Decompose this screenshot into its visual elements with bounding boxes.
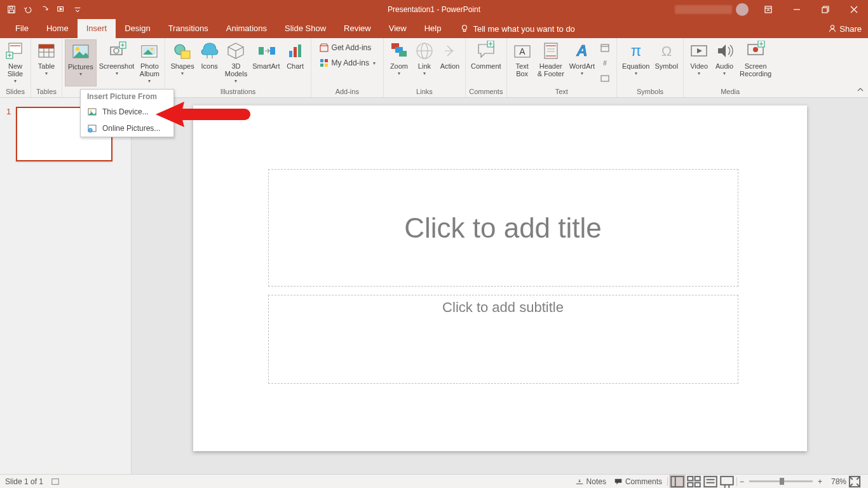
notes-button[interactable]: Notes xyxy=(571,475,610,488)
tab-review[interactable]: Review xyxy=(335,19,380,38)
fit-to-window-button[interactable] xyxy=(846,475,863,489)
slideshow-view-button[interactable] xyxy=(719,475,735,489)
shapes-button[interactable]: Shapes ▾ xyxy=(168,39,196,86)
share-button[interactable]: Share xyxy=(828,19,862,38)
svg-rect-39 xyxy=(298,44,301,57)
tab-transitions[interactable]: Transitions xyxy=(159,19,217,38)
spellcheck-icon[interactable] xyxy=(51,477,60,486)
zoom-slider[interactable] xyxy=(749,480,813,482)
slide-sorter-button[interactable] xyxy=(686,475,702,489)
undo-button[interactable] xyxy=(20,2,36,17)
tab-slideshow[interactable]: Slide Show xyxy=(276,19,335,38)
symbol-button[interactable]: Ω Symbol xyxy=(652,39,681,86)
svg-rect-44 xyxy=(325,64,328,67)
wordart-button[interactable]: A WordArt ▾ xyxy=(567,39,597,86)
svg-rect-47 xyxy=(399,51,407,57)
title-placeholder[interactable]: Click to add title xyxy=(268,169,738,287)
text-box-button[interactable]: A Text Box xyxy=(510,39,535,86)
quick-access-toolbar xyxy=(0,2,85,17)
equation-button[interactable]: π Equation ▾ xyxy=(620,39,652,86)
textbox-icon: A xyxy=(512,41,532,61)
svg-rect-35 xyxy=(259,47,264,55)
group-label-slides: Slides xyxy=(3,87,28,97)
tab-animations[interactable]: Animations xyxy=(217,19,276,38)
account-area[interactable] xyxy=(675,0,754,19)
video-icon xyxy=(689,41,709,61)
qat-customize-button[interactable] xyxy=(70,2,85,17)
tab-design[interactable]: Design xyxy=(116,19,159,38)
subtitle-placeholder[interactable]: Click to add subtitle xyxy=(268,295,738,384)
minimize-button[interactable] xyxy=(782,0,811,19)
3d-models-button[interactable]: 3D Models ▾ xyxy=(222,39,250,86)
svg-rect-65 xyxy=(601,76,609,81)
audio-button[interactable]: Audio ▾ xyxy=(712,39,737,86)
comment-button[interactable]: Comment xyxy=(468,39,504,86)
online-picture-icon xyxy=(87,123,97,133)
status-bar: Slide 1 of 1 Notes Comments − + 78% xyxy=(0,474,868,488)
slide: Click to add title Click to add subtitle xyxy=(193,105,807,451)
group-illustrations: Shapes ▾ Icons 3D Models ▾ SmartArt Char… xyxy=(165,38,311,97)
zoom-level[interactable]: 78% xyxy=(824,477,846,486)
group-links: Zoom ▾ Link ▾ Action Links xyxy=(384,38,466,97)
new-slide-button[interactable]: New Slide ▾ xyxy=(3,39,28,86)
tab-file[interactable]: File xyxy=(6,19,37,38)
slide-canvas-area[interactable]: Click to add title Click to add subtitle xyxy=(132,98,868,474)
icons-button[interactable]: Icons xyxy=(197,39,222,86)
date-icon xyxy=(600,43,610,53)
collapse-ribbon-button[interactable] xyxy=(857,86,864,95)
zoom-icon xyxy=(389,41,409,61)
redo-button[interactable] xyxy=(37,2,52,17)
pictures-button[interactable]: Pictures ▾ xyxy=(65,39,97,86)
reading-view-button[interactable] xyxy=(702,475,719,489)
tab-view[interactable]: View xyxy=(380,19,416,38)
link-button[interactable]: Link ▾ xyxy=(412,39,437,86)
svg-rect-41 xyxy=(320,59,323,62)
svg-text:#: # xyxy=(603,60,607,67)
ribbon-tabs: File Home Insert Design Transitions Anim… xyxy=(0,19,868,38)
table-button[interactable]: Table ▾ xyxy=(34,39,59,86)
date-time-button[interactable] xyxy=(600,41,611,55)
group-symbols: π Equation ▾ Ω Symbol Symbols xyxy=(617,38,684,97)
svg-rect-38 xyxy=(294,47,297,57)
zoom-button[interactable]: Zoom ▾ xyxy=(386,39,412,86)
get-addins-button[interactable]: Get Add-ins xyxy=(316,41,378,55)
photo-album-button[interactable]: Photo Album ▾ xyxy=(137,39,162,86)
zoom-in-button[interactable]: + xyxy=(817,475,824,488)
action-button[interactable]: Action xyxy=(437,39,463,86)
object-icon xyxy=(600,73,610,83)
group-label-addins: Add-ins xyxy=(314,87,381,97)
share-label: Share xyxy=(839,24,862,34)
object-button[interactable] xyxy=(600,71,611,85)
device-picture-icon xyxy=(87,107,97,117)
smartart-button[interactable]: SmartArt xyxy=(250,39,282,86)
tab-home[interactable]: Home xyxy=(37,19,78,38)
header-footer-button[interactable]: Header & Footer xyxy=(535,39,567,86)
ribbon-display-options-button[interactable] xyxy=(754,0,782,19)
slide-thumbnails-pane[interactable]: 1 xyxy=(0,98,132,474)
group-media: Video ▾ Audio ▾ Screen Recording Media xyxy=(684,38,776,97)
notes-icon xyxy=(575,477,584,486)
action-icon xyxy=(440,41,460,61)
screen-recording-button[interactable]: Screen Recording xyxy=(737,39,774,86)
group-label-illustrations: Illustrations xyxy=(168,87,308,97)
video-button[interactable]: Video ▾ xyxy=(686,39,712,86)
svg-rect-86 xyxy=(688,476,693,480)
comments-button[interactable]: Comments xyxy=(610,475,666,488)
audio-icon xyxy=(714,41,735,61)
slide-number-button[interactable]: # xyxy=(600,56,611,70)
start-from-beginning-button[interactable] xyxy=(53,2,69,17)
maximize-button[interactable] xyxy=(811,0,839,19)
zoom-out-button[interactable]: − xyxy=(738,475,745,488)
close-button[interactable] xyxy=(839,0,868,19)
screenshot-button[interactable]: Screenshot ▾ xyxy=(97,39,137,86)
chart-button[interactable]: Chart xyxy=(283,39,308,86)
tab-insert[interactable]: Insert xyxy=(78,19,116,38)
save-button[interactable] xyxy=(4,2,19,17)
my-addins-button[interactable]: My Add-ins ▾ xyxy=(316,56,378,70)
tab-help[interactable]: Help xyxy=(416,19,451,38)
addins-icon xyxy=(319,58,329,68)
user-avatar xyxy=(736,3,749,16)
svg-rect-88 xyxy=(688,482,693,487)
tell-me-search[interactable]: Tell me what you want to do xyxy=(454,19,581,38)
normal-view-button[interactable] xyxy=(669,475,686,489)
